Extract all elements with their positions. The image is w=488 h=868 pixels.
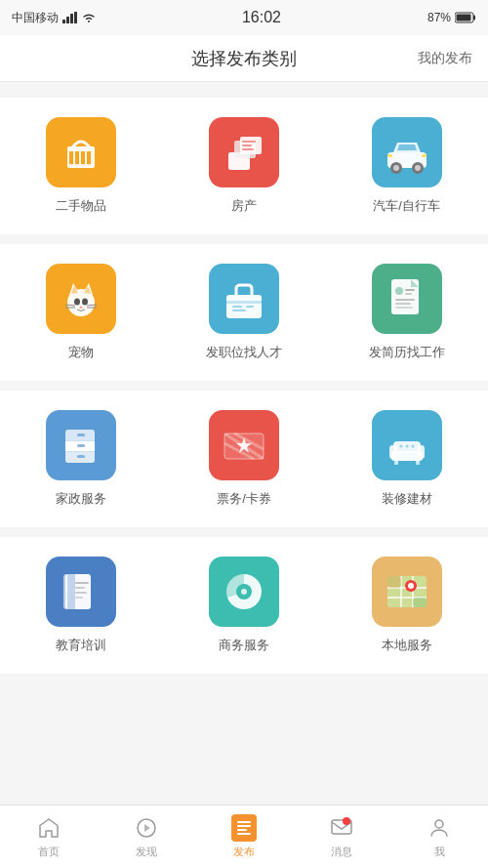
tab-profile[interactable]: 我 — [410, 815, 468, 859]
svg-rect-49 — [395, 299, 415, 301]
status-right: 87% — [427, 11, 476, 24]
tab-publish-label: 发布 — [233, 845, 255, 859]
pet-icon — [46, 264, 116, 334]
local-icon — [372, 557, 442, 627]
tab-message-label: 消息 — [331, 845, 352, 859]
svg-point-24 — [415, 165, 421, 171]
svg-rect-72 — [416, 459, 420, 465]
svg-point-32 — [74, 299, 80, 306]
category-business[interactable]: 商务服务 — [185, 557, 303, 654]
car-label: 汽车/自行车 — [373, 197, 440, 215]
resume-icon — [372, 264, 442, 334]
svg-point-103 — [435, 820, 443, 828]
svg-rect-81 — [75, 592, 87, 594]
svg-rect-6 — [456, 15, 470, 21]
tab-home-label: 首页 — [38, 845, 60, 859]
category-row-2: 宠物 发职位找人才 — [0, 244, 488, 381]
category-car[interactable]: 汽车/自行车 — [348, 117, 466, 215]
education-icon — [46, 557, 116, 627]
category-housekeeping[interactable]: 家政服务 — [22, 410, 140, 508]
svg-rect-3 — [74, 12, 77, 23]
svg-rect-99 — [237, 825, 251, 827]
svg-rect-100 — [237, 829, 247, 831]
status-bar: 中国移动 16:02 87% — [0, 0, 488, 35]
svg-point-33 — [82, 299, 88, 306]
svg-rect-12 — [67, 146, 95, 151]
category-resume[interactable]: 发简历找工作 — [348, 264, 466, 361]
svg-rect-60 — [77, 455, 85, 458]
category-secondhand[interactable]: 二手物品 — [22, 117, 140, 215]
tab-discover-label: 发现 — [136, 845, 157, 859]
tab-discover[interactable]: 发现 — [117, 815, 176, 859]
message-icon-wrapper — [329, 815, 354, 841]
category-realestate[interactable]: 房产 — [185, 117, 303, 215]
wifi-icon — [82, 12, 96, 23]
svg-rect-19 — [242, 148, 254, 150]
svg-point-22 — [393, 165, 399, 171]
svg-rect-39 — [226, 295, 262, 318]
svg-rect-51 — [395, 307, 413, 309]
tab-bar: 首页 发现 发布 — [0, 805, 488, 868]
signal-icon — [62, 12, 78, 23]
svg-point-73 — [399, 445, 402, 448]
category-pet[interactable]: 宠物 — [22, 264, 140, 361]
svg-rect-82 — [75, 597, 83, 599]
category-row-1: 二手物品 房产 — [0, 98, 488, 234]
svg-rect-40 — [226, 301, 262, 304]
svg-rect-80 — [75, 587, 85, 589]
svg-rect-42 — [232, 310, 246, 311]
category-row-4: 教育培训 商务服务 — [0, 537, 488, 674]
tab-profile-label: 我 — [434, 845, 445, 859]
education-label: 教育培训 — [56, 637, 106, 654]
svg-rect-50 — [395, 303, 411, 305]
publish-icon — [231, 814, 257, 842]
svg-point-74 — [405, 445, 408, 448]
jobpost-label: 发职位找人才 — [206, 344, 282, 361]
nav-bar: 选择发布类别 我的发布 — [0, 35, 488, 82]
realestate-label: 房产 — [231, 197, 257, 215]
svg-rect-78 — [67, 574, 75, 609]
car-icon — [372, 117, 442, 187]
tab-home[interactable]: 首页 — [20, 815, 78, 859]
pet-label: 宠物 — [68, 344, 94, 361]
svg-point-75 — [411, 445, 414, 448]
housekeeping-icon — [46, 410, 116, 480]
category-grid: 二手物品 房产 — [0, 82, 488, 689]
category-renovation[interactable]: 装修建材 — [348, 410, 466, 508]
svg-rect-48 — [405, 293, 412, 295]
battery-icon — [455, 12, 476, 23]
svg-rect-18 — [242, 145, 252, 146]
category-tickets[interactable]: 票务/卡券 — [185, 410, 303, 508]
svg-rect-13 — [67, 164, 95, 168]
local-label: 本地服务 — [382, 637, 432, 654]
resume-label: 发简历找工作 — [369, 344, 445, 361]
svg-rect-17 — [242, 141, 256, 143]
category-row-3: 家政服务 票务/卡券 — [0, 391, 488, 527]
svg-rect-98 — [237, 821, 251, 823]
category-jobpost[interactable]: 发职位找人才 — [185, 264, 303, 361]
renovation-label: 装修建材 — [382, 490, 432, 508]
svg-rect-1 — [66, 17, 69, 23]
tab-message[interactable]: 消息 — [312, 815, 371, 859]
category-education[interactable]: 教育培训 — [22, 557, 140, 654]
realestate-icon — [209, 117, 279, 187]
message-icon — [329, 815, 354, 841]
svg-rect-58 — [77, 434, 85, 436]
secondhand-label: 二手物品 — [56, 197, 106, 215]
my-publish-button[interactable]: 我的发布 — [414, 50, 472, 67]
svg-rect-71 — [394, 459, 398, 465]
business-label: 商务服务 — [219, 637, 269, 654]
tab-publish[interactable]: 发布 — [215, 815, 273, 859]
svg-rect-101 — [237, 833, 251, 835]
profile-icon — [427, 815, 452, 841]
svg-rect-91 — [387, 576, 401, 588]
svg-marker-97 — [144, 824, 150, 832]
svg-rect-5 — [473, 16, 475, 21]
housekeeping-label: 家政服务 — [56, 490, 106, 508]
svg-point-46 — [395, 287, 403, 295]
category-local[interactable]: 本地服务 — [348, 557, 466, 654]
svg-point-85 — [241, 589, 247, 595]
publish-icon-wrapper — [231, 815, 257, 841]
svg-rect-0 — [62, 20, 65, 23]
tickets-icon — [209, 410, 279, 480]
